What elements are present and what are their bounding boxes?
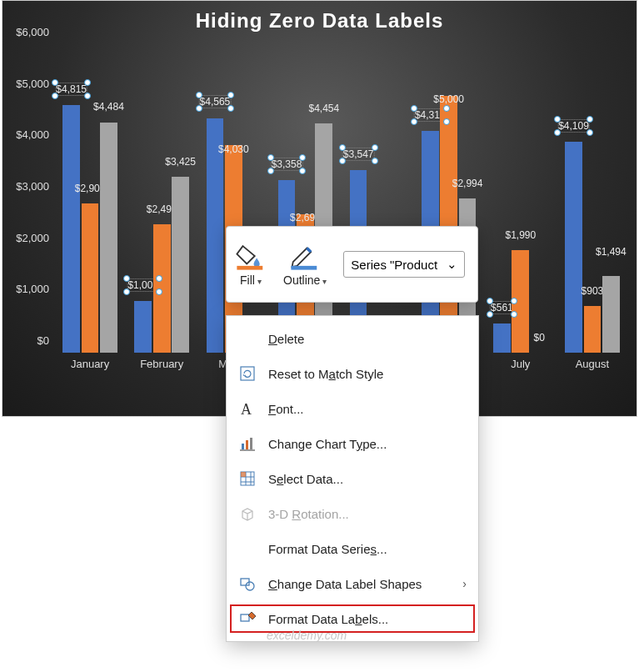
selection-handle[interactable]: [299, 168, 306, 174]
data-label[interactable]: $3,358: [271, 158, 303, 171]
data-label[interactable]: $4,565: [199, 95, 232, 108]
selection-handle[interactable]: [196, 105, 202, 112]
svg-rect-6: [250, 438, 252, 449]
selection-handle[interactable]: [196, 92, 202, 98]
y-tick: $1,000: [16, 283, 49, 295]
bar-series-1[interactable]: [440, 96, 457, 353]
x-tick: February: [140, 358, 183, 370]
svg-rect-5: [246, 440, 248, 449]
y-tick: $6,000: [16, 26, 49, 38]
paint-bucket-icon: [235, 242, 267, 270]
svg-rect-4: [242, 444, 244, 449]
data-label[interactable]: $4,030: [218, 143, 249, 155]
bar-series-0[interactable]: [565, 142, 582, 353]
bar-series-1[interactable]: [82, 203, 99, 353]
adjust-icon: [238, 609, 257, 628]
mini-toolbar: Fill▾ Outline▾ Series "Product ⌄: [226, 226, 478, 303]
selection-handle[interactable]: [443, 105, 450, 112]
selection-handle[interactable]: [372, 144, 378, 151]
selection-handle[interactable]: [443, 118, 450, 125]
svg-rect-2: [241, 367, 254, 380]
menu-label: Change Data Label Shapes: [268, 577, 422, 591]
selection-handle[interactable]: [227, 105, 234, 112]
reset-icon: [238, 364, 257, 383]
y-tick: $4,000: [16, 128, 49, 141]
data-label[interactable]: $3,425: [165, 156, 196, 168]
data-label[interactable]: $5,000: [433, 93, 464, 105]
watermark: exceldemy.com: [267, 629, 347, 642]
chevron-down-icon: ▾: [257, 277, 262, 286]
data-label[interactable]: $1,990: [505, 229, 536, 241]
cube-icon: [238, 504, 257, 523]
selection-handle[interactable]: [587, 116, 593, 123]
data-label[interactable]: $2,994: [452, 178, 483, 189]
selection-handle[interactable]: [487, 311, 493, 318]
menu-reset[interactable]: Reset to Match Style: [227, 356, 478, 391]
bar-series-2[interactable]: [100, 123, 117, 354]
selection-handle[interactable]: [339, 144, 346, 151]
outline-button[interactable]: Outline▾: [283, 242, 327, 287]
selection-handle[interactable]: [52, 93, 58, 99]
menu-label: 3-D Rotation...: [268, 507, 349, 521]
bar-series-1[interactable]: [584, 306, 602, 353]
series-dropdown[interactable]: Series "Product ⌄: [343, 251, 465, 278]
selection-handle[interactable]: [554, 129, 561, 136]
data-label[interactable]: $4,815: [55, 83, 87, 96]
bar-series-1[interactable]: [153, 224, 171, 353]
svg-rect-8: [241, 472, 246, 477]
selection-handle[interactable]: [339, 158, 346, 164]
selection-handle[interactable]: [411, 105, 417, 112]
data-label[interactable]: $3,547: [342, 148, 375, 161]
menu-delete[interactable]: Delete: [227, 321, 478, 356]
context-menu: DeleteReset to Match StyleAFont...Change…: [226, 315, 479, 642]
selection-handle[interactable]: [156, 275, 162, 282]
svg-rect-11: [241, 614, 249, 621]
menu-font[interactable]: AFont...: [227, 391, 478, 426]
menu-format-labels[interactable]: Format Data Labels...: [227, 601, 478, 636]
data-label[interactable]: $0: [534, 332, 545, 344]
selection-handle[interactable]: [554, 116, 561, 123]
menu-chart-type[interactable]: Change Chart Type...: [227, 426, 478, 461]
selection-handle[interactable]: [267, 168, 274, 174]
y-tick: $3,000: [16, 180, 49, 193]
bar-series-0[interactable]: [493, 323, 511, 353]
svg-point-10: [246, 582, 254, 590]
data-label[interactable]: $1,494: [596, 246, 627, 258]
plot-area[interactable]: $4,815$2,905$4,484$1,008$2,498$3,425$4,5…: [54, 44, 628, 353]
bar-series-0[interactable]: [62, 105, 80, 353]
y-tick: $0: [37, 334, 49, 347]
selection-handle[interactable]: [587, 129, 593, 136]
menu-label: Change Chart Type...: [268, 437, 387, 451]
y-axis: $0$1,000$2,000$3,000$4,000$5,000$6,000: [9, 44, 54, 353]
bar-series-2[interactable]: [602, 276, 620, 353]
svg-rect-0: [237, 266, 262, 270]
selection-handle[interactable]: [156, 288, 162, 295]
x-tick: January: [71, 358, 109, 370]
data-label[interactable]: $4,454: [308, 103, 339, 114]
selection-handle[interactable]: [84, 93, 91, 99]
bar-series-0[interactable]: [134, 301, 152, 353]
bar-series-2[interactable]: [172, 177, 189, 353]
selection-handle[interactable]: [227, 92, 234, 98]
fill-label: Fill: [240, 273, 255, 287]
selection-handle[interactable]: [84, 79, 91, 86]
font-icon: A: [238, 399, 257, 418]
selection-handle[interactable]: [372, 158, 378, 164]
selection-handle[interactable]: [123, 288, 130, 295]
menu-label-shapes[interactable]: Change Data Label Shapes›: [227, 566, 478, 601]
selection-handle[interactable]: [299, 154, 306, 161]
blank-icon: [238, 539, 257, 558]
menu-label: Reset to Match Style: [268, 367, 383, 381]
menu-label: Font...: [268, 402, 304, 416]
fill-button[interactable]: Fill▾: [235, 242, 267, 287]
selection-handle[interactable]: [411, 118, 417, 125]
selection-handle[interactable]: [267, 154, 274, 161]
data-label[interactable]: $4,484: [93, 101, 124, 113]
menu-format-series[interactable]: Format Data Series...: [227, 531, 478, 566]
menu-label: Format Data Labels...: [268, 612, 388, 626]
data-label[interactable]: $903: [582, 285, 604, 297]
menu-label: Select Data...: [268, 472, 343, 486]
y-tick: $2,000: [16, 231, 49, 243]
data-label[interactable]: $4,109: [557, 119, 590, 133]
menu-select-data[interactable]: Select Data...: [227, 461, 478, 496]
